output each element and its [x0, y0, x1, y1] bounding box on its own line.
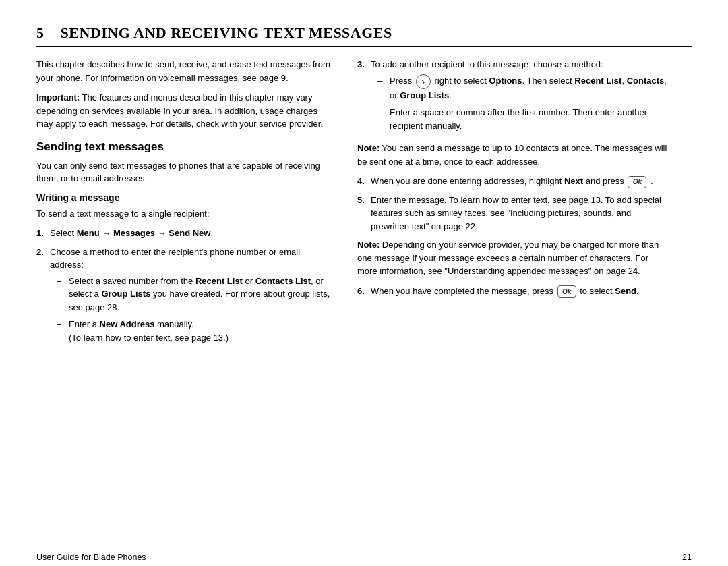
section-heading-sending: Sending text messages [36, 140, 333, 154]
new-address-bold: New Address [100, 319, 155, 329]
note-1-label: Note: [357, 143, 380, 153]
step-2-content: Choose a method to enter the recipient's… [50, 246, 333, 349]
step-2-num: 2. [36, 246, 46, 349]
step-3: 3. To add another recipient to this mess… [357, 58, 667, 136]
contacts-list-bold: Contacts List [255, 276, 311, 286]
menu-bold: Menu [77, 228, 100, 238]
subsection-intro: To send a text message to a single recip… [36, 207, 333, 221]
next-bold: Next [564, 176, 583, 186]
step-5: 5. Enter the message. To learn how to en… [357, 194, 667, 233]
step-1-content: Select Menu → Messages → Send New. [50, 227, 333, 240]
ok-icon-4: Ok [628, 176, 646, 188]
page-title: 5 Sending and Receiving Text Messages [36, 24, 692, 42]
contacts-bold-3: Contacts [627, 76, 665, 86]
bullet-2-2-content: Enter a New Address manually. (To learn … [69, 318, 333, 344]
page-container: 5 Sending and Receiving Text Messages Th… [0, 0, 728, 548]
footer-left-text: User Guide for Blade Phones [36, 553, 146, 562]
step-1: 1. Select Menu → Messages → Send New. [36, 227, 333, 240]
bullet-3-2-content: Enter a space or comma after the first n… [390, 106, 667, 132]
step-6-num: 6. [357, 285, 367, 298]
right-steps-list: 3. To add another recipient to this mess… [357, 58, 667, 136]
dash-icon-1: – [57, 275, 65, 314]
content-columns: This chapter describes how to send, rece… [36, 58, 692, 548]
right-steps-list-2: 4. When you are done entering addresses,… [357, 175, 667, 233]
step-2: 2. Choose a method to enter the recipien… [36, 246, 333, 349]
page-footer: User Guide for Blade Phones 21 [0, 548, 728, 566]
right-steps-list-3: 6. When you have completed the message, … [357, 285, 667, 298]
step-6-content: When you have completed the message, pre… [371, 285, 667, 298]
bullet-2-1-content: Select a saved number from the Recent Li… [69, 275, 333, 314]
bullet-3-1-content: Press right to select Options. Then sele… [390, 74, 667, 103]
recent-list-bold-3: Recent List [574, 76, 621, 86]
step-3-num: 3. [357, 58, 367, 136]
dash-icon-2: – [57, 318, 65, 344]
bullet-2-1: – Select a saved number from the Recent … [57, 275, 333, 314]
dash-icon-3: – [377, 74, 386, 103]
important-para: Important: The features and menus descri… [36, 91, 333, 131]
important-label: Important: [36, 92, 80, 103]
recent-list-bold: Recent List [195, 276, 243, 286]
bullet-3-2: – Enter a space or comma after the first… [377, 106, 667, 132]
step-4-content: When you are done entering addresses, hi… [371, 175, 667, 188]
step-3-content: To add another recipient to this message… [371, 58, 667, 136]
step-1-num: 1. [36, 227, 46, 240]
note-1: Note: You can send a message to up to 10… [357, 142, 667, 168]
left-column: This chapter describes how to send, rece… [36, 58, 333, 548]
step-2-bullets: – Select a saved number from the Recent … [57, 275, 333, 345]
nav-right-icon [416, 74, 431, 89]
step-4: 4. When you are done entering addresses,… [357, 175, 667, 188]
subsection-heading-writing: Writing a message [36, 192, 333, 203]
right-column: 3. To add another recipient to this mess… [357, 58, 667, 548]
left-steps-list: 1. Select Menu → Messages → Send New. 2.… [36, 227, 333, 348]
page-title-area: 5 Sending and Receiving Text Messages [36, 24, 692, 47]
step-5-content: Enter the message. To learn how to enter… [371, 194, 667, 233]
chapter-number: 5 [36, 24, 44, 41]
options-bold: Options [489, 76, 522, 86]
ok-icon-6: Ok [557, 285, 576, 298]
step-3-bullets: – Press right to select Options. Then se… [377, 74, 667, 133]
send-new-bold: Send New [169, 228, 210, 238]
bullet-3-1: – Press right to select Options. Then se… [377, 74, 667, 103]
important-body: The features and menus described in this… [36, 92, 323, 129]
section-intro: You can only send text messages to phone… [36, 159, 333, 186]
page-title-text: Sending and Receiving Text Messages [61, 24, 392, 41]
note-2: Note: Depending on your service provider… [357, 238, 667, 278]
group-lists-bold-3: Group Lists [400, 90, 449, 101]
footer-page-number: 21 [682, 553, 692, 562]
step-5-num: 5. [357, 194, 367, 233]
group-lists-bold: Group Lists [101, 289, 150, 299]
intro-p1: This chapter describes how to send, rece… [36, 58, 333, 84]
step-6: 6. When you have completed the message, … [357, 285, 667, 298]
bullet-2-2: – Enter a New Address manually. (To lear… [57, 318, 333, 344]
step-4-num: 4. [357, 175, 367, 188]
messages-bold: Messages [113, 228, 155, 238]
dash-icon-4: – [377, 106, 386, 132]
note-2-label: Note: [357, 239, 380, 250]
send-bold: Send [615, 286, 636, 296]
